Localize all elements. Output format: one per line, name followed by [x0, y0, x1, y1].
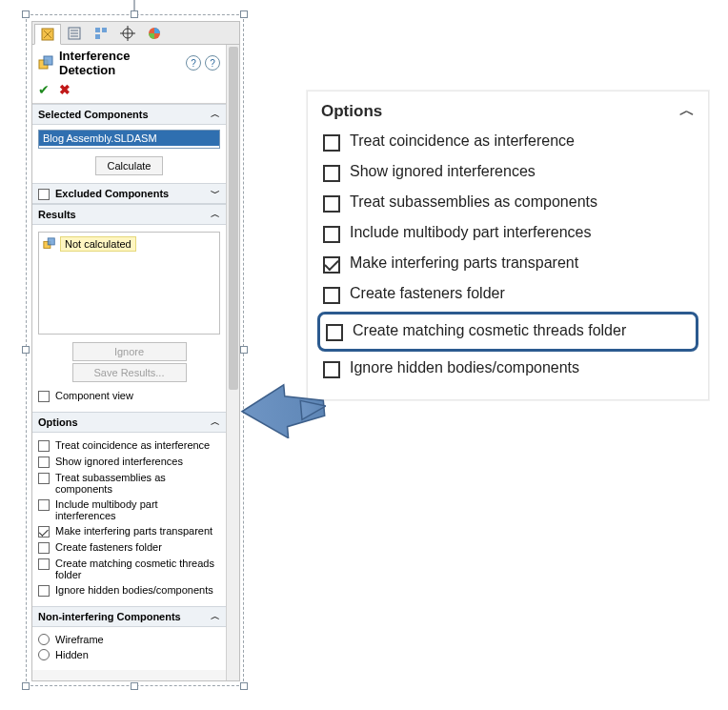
- section-results[interactable]: Results ︿: [32, 204, 226, 225]
- option-checkbox[interactable]: [323, 287, 340, 304]
- option-checkbox[interactable]: [38, 499, 50, 511]
- option-label: Create matching cosmetic threads folder: [353, 322, 626, 339]
- selected-components-list[interactable]: Blog Assembly.SLDASM: [38, 130, 220, 149]
- rotation-handle[interactable]: [133, 0, 135, 10]
- ignore-button: Ignore: [72, 342, 187, 361]
- resize-handle-sw[interactable]: [22, 682, 30, 690]
- option-label: Ignore hidden bodies/components: [55, 584, 213, 596]
- option-checkbox[interactable]: [326, 324, 343, 341]
- svg-rect-15: [48, 238, 54, 245]
- option-label: Ignore hidden bodies/components: [350, 359, 579, 376]
- radio-button[interactable]: [38, 649, 50, 660]
- resize-handle-s[interactable]: [131, 682, 138, 690]
- section-heading: Excluded Components: [55, 188, 169, 199]
- option-label: Create fasteners folder: [55, 541, 162, 553]
- option-checkbox[interactable]: [38, 440, 50, 452]
- section-heading: Results: [38, 209, 76, 220]
- results-list[interactable]: Not calculated: [38, 232, 220, 335]
- option-checkbox[interactable]: [323, 256, 340, 274]
- option-row: Ignore hidden bodies/components: [321, 354, 695, 384]
- option-row: Include multibody part interferences: [321, 218, 695, 249]
- tab-properties[interactable]: [61, 23, 88, 44]
- option-row: Include multibody part interferences: [38, 497, 220, 523]
- radio-button[interactable]: [38, 634, 50, 645]
- resize-handle-se[interactable]: [240, 682, 248, 690]
- resize-handle-ne[interactable]: [240, 10, 248, 18]
- option-label: Create fasteners folder: [350, 285, 505, 302]
- option-row: Make interfering parts transparent: [321, 249, 695, 279]
- noninterfering-body: WireframeHidden: [32, 627, 226, 670]
- section-selected-components[interactable]: Selected Components ︿: [32, 104, 226, 125]
- scrollbar-thumb[interactable]: [229, 47, 238, 390]
- vertical-scrollbar[interactable]: [226, 45, 239, 680]
- option-checkbox[interactable]: [38, 558, 50, 570]
- panel-tabstrip: [32, 22, 239, 45]
- tab-configurations[interactable]: [88, 23, 114, 44]
- calculate-button[interactable]: Calculate: [95, 156, 164, 175]
- resize-handle-e[interactable]: [240, 346, 248, 354]
- property-manager-panel: Interference Detection ? ? ✔ ✖ Selected …: [31, 21, 240, 681]
- resize-handle-w[interactable]: [22, 346, 30, 354]
- option-checkbox[interactable]: [323, 361, 340, 378]
- option-label: Treat subassemblies as components: [350, 193, 597, 211]
- selected-component-item[interactable]: Blog Assembly.SLDASM: [39, 131, 219, 146]
- option-checkbox[interactable]: [38, 542, 50, 554]
- resize-handle-n[interactable]: [131, 10, 138, 18]
- option-row: Treat subassemblies as components: [38, 470, 220, 497]
- options-callout-panel: Options ︿ Treat coincidence as interfere…: [307, 91, 709, 400]
- option-row: Show ignored interferences: [38, 454, 220, 470]
- option-checkbox[interactable]: [38, 473, 50, 484]
- option-row: Create matching cosmetic threads folder: [324, 316, 692, 347]
- options-body: Treat coincidence as interferenceShow ig…: [32, 433, 226, 606]
- section-options[interactable]: Options ︿: [32, 412, 226, 433]
- option-checkbox[interactable]: [38, 585, 50, 597]
- chevron-up-icon: ︿: [211, 108, 220, 121]
- help-online-button[interactable]: ?: [205, 55, 220, 71]
- option-row: Create fasteners folder: [38, 539, 220, 556]
- option-label: Include multibody part interferences: [55, 498, 220, 521]
- option-checkbox[interactable]: [38, 526, 50, 538]
- section-heading: Selected Components: [38, 109, 149, 120]
- help-button[interactable]: ?: [186, 55, 201, 71]
- section-noninterfering[interactable]: Non-interfering Components ︿: [32, 606, 226, 627]
- option-row: Treat coincidence as interference: [38, 437, 220, 454]
- option-label: Treat coincidence as interference: [350, 132, 575, 150]
- svg-rect-6: [102, 28, 107, 32]
- confirm-row: ✔ ✖: [32, 79, 226, 104]
- option-checkbox[interactable]: [323, 226, 340, 243]
- option-checkbox[interactable]: [323, 195, 340, 213]
- excluded-checkbox[interactable]: [38, 189, 50, 200]
- option-label: Make interfering parts transparent: [350, 254, 578, 272]
- panel-scroll-area: Interference Detection ? ? ✔ ✖ Selected …: [32, 45, 226, 680]
- option-checkbox[interactable]: [38, 456, 50, 468]
- chevron-up-icon: ︿: [211, 208, 220, 221]
- chevron-up-icon: ︿: [679, 101, 695, 121]
- component-view-checkbox[interactable]: [38, 391, 50, 402]
- section-heading: Options: [38, 416, 78, 428]
- panel-title: Interference Detection: [59, 49, 186, 77]
- option-checkbox[interactable]: [323, 134, 340, 152]
- option-checkbox[interactable]: [323, 165, 340, 182]
- resize-handle-nw[interactable]: [22, 10, 30, 18]
- radio-label: Wireframe: [55, 634, 104, 645]
- tab-appearance[interactable]: [141, 23, 168, 44]
- option-label: Show ignored interferences: [55, 456, 183, 467]
- interference-detection-icon: [38, 55, 53, 71]
- panel-title-row: Interference Detection ? ?: [32, 45, 226, 79]
- option-row: Show ignored interferences: [321, 157, 695, 188]
- component-view-label: Component view: [55, 390, 133, 401]
- option-label: Create matching cosmetic threads folder: [55, 558, 220, 580]
- tab-feature-tree[interactable]: [34, 24, 61, 45]
- option-row: Create matching cosmetic threads folder: [38, 556, 220, 582]
- option-row: Treat subassemblies as components: [321, 188, 695, 218]
- svg-marker-17: [300, 398, 326, 419]
- option-label: Include multibody part interferences: [350, 224, 591, 241]
- svg-rect-5: [95, 28, 100, 32]
- not-calculated-icon: [43, 237, 56, 251]
- noninterfering-option: Hidden: [38, 647, 220, 662]
- option-row: Treat coincidence as interference: [321, 127, 695, 157]
- section-excluded-components[interactable]: Excluded Components ﹀: [32, 183, 226, 204]
- ok-button[interactable]: ✔: [38, 82, 50, 97]
- tab-crosshair[interactable]: [114, 23, 141, 44]
- cancel-button[interactable]: ✖: [59, 82, 71, 97]
